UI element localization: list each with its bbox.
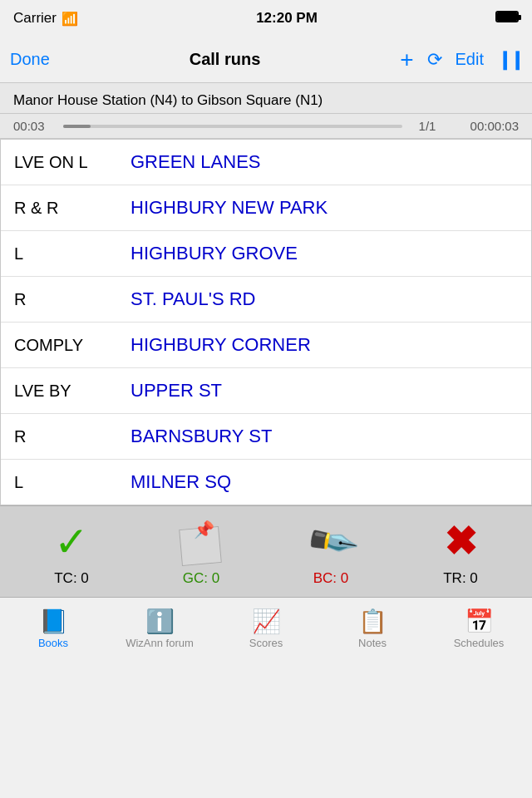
info-icon: ℹ️ <box>145 608 175 635</box>
tab-notes-label: Notes <box>358 637 387 649</box>
time-right: 00:00:03 <box>452 119 519 133</box>
direction-cmd-3: R <box>14 290 131 309</box>
direction-row-1: R & RHIGHBURY NEW PARK <box>1 185 531 231</box>
progress-fill <box>63 125 91 128</box>
direction-street-4: HIGHBURY CORNER <box>131 334 518 356</box>
tc-label: TC: 0 <box>54 570 89 587</box>
notes-icon: 📋 <box>358 608 387 635</box>
wifi-icon: 📶 <box>62 11 78 27</box>
directions-list: LVE ON LGREEN LANESR & RHIGHBURY NEW PAR… <box>0 139 532 505</box>
direction-street-2: HIGHBURY GROVE <box>131 243 518 264</box>
carrier-label: Carrier <box>13 10 57 27</box>
tab-notes[interactable]: 📋 Notes <box>319 608 426 649</box>
direction-street-5: UPPER ST <box>131 380 518 401</box>
book-icon: 📘 <box>39 608 68 635</box>
bc-label: BC: 0 <box>313 570 349 587</box>
direction-street-0: GREEN LANES <box>131 151 518 173</box>
tab-scores[interactable]: 📈 Scores <box>213 608 319 649</box>
tab-scores-label: Scores <box>249 637 283 649</box>
counter-tr[interactable]: ✖ TR: 0 <box>396 517 525 587</box>
tab-books-label: Books <box>38 637 68 649</box>
direction-cmd-2: L <box>14 244 131 264</box>
edit-button[interactable]: Edit <box>456 50 484 69</box>
counters-bar: ✓ TC: 0 📌 GC: 0 ✒️ BC: 0 ✖ TR: 0 <box>0 505 532 597</box>
tab-schedules[interactable]: 📅 Schedules <box>426 608 532 649</box>
direction-cmd-6: R <box>14 427 131 446</box>
bc-icon: ✒️ <box>306 517 356 567</box>
direction-cmd-7: L <box>14 473 131 492</box>
nav-bar: Done Call runs + ⟳ Edit ❙❙ <box>0 37 532 83</box>
counter-gc[interactable]: 📌 GC: 0 <box>136 517 266 587</box>
tab-schedules-label: Schedules <box>454 637 505 649</box>
progress-bar-row: 00:03 1/1 00:00:03 <box>0 114 532 139</box>
tab-books[interactable]: 📘 Books <box>0 608 106 649</box>
time-left: 00:03 <box>13 119 55 133</box>
direction-row-6: RBARNSBURY ST <box>1 414 531 460</box>
direction-row-7: LMILNER SQ <box>1 460 531 505</box>
calendar-icon: 📅 <box>465 608 494 635</box>
route-info-bar: Manor House Station (N4) to Gibson Squar… <box>0 83 532 114</box>
gc-label: GC: 0 <box>183 570 219 587</box>
direction-row-2: LHIGHBURY GROVE <box>1 231 531 277</box>
direction-cmd-5: LVE BY <box>14 382 131 401</box>
tab-bar: 📘 Books ℹ️ WizAnn forum 📈 Scores 📋 Notes… <box>0 597 532 655</box>
battery-indicator <box>495 10 519 27</box>
direction-row-5: LVE BYUPPER ST <box>1 368 531 414</box>
direction-cmd-0: LVE ON L <box>14 153 131 172</box>
gc-icon: 📌 <box>176 517 226 567</box>
direction-street-6: BARNSBURY ST <box>131 426 518 447</box>
carrier-wifi: Carrier 📶 <box>13 10 78 27</box>
add-button[interactable]: + <box>400 47 413 73</box>
direction-rows-container: LVE ON LGREEN LANESR & RHIGHBURY NEW PAR… <box>1 140 531 505</box>
counter-bc[interactable]: ✒️ BC: 0 <box>266 517 396 587</box>
nav-actions: + ⟳ Edit ❙❙ <box>400 47 522 73</box>
tab-wizann[interactable]: ℹ️ WizAnn forum <box>106 608 213 649</box>
direction-street-3: ST. PAUL'S RD <box>131 288 518 310</box>
direction-street-1: HIGHBURY NEW PARK <box>131 197 518 219</box>
tc-icon: ✓ <box>47 517 96 567</box>
pause-button[interactable]: ❙❙ <box>497 49 522 71</box>
refresh-button[interactable]: ⟳ <box>427 49 442 71</box>
page-indicator: 1/1 <box>411 119 444 133</box>
direction-cmd-1: R & R <box>14 199 131 218</box>
tab-wizann-label: WizAnn forum <box>126 637 194 649</box>
chart-icon: 📈 <box>252 608 281 635</box>
direction-cmd-4: COMPLY <box>14 336 131 355</box>
direction-row-4: COMPLYHIGHBURY CORNER <box>1 323 531 368</box>
done-button[interactable]: Done <box>10 50 50 69</box>
direction-row-3: RST. PAUL'S RD <box>1 277 531 323</box>
progress-track[interactable] <box>63 125 402 128</box>
direction-street-7: MILNER SQ <box>131 471 518 493</box>
status-bar: Carrier 📶 12:20 PM <box>0 0 532 37</box>
counter-tc[interactable]: ✓ TC: 0 <box>7 517 136 587</box>
direction-row-0: LVE ON LGREEN LANES <box>1 140 531 185</box>
nav-title: Call runs <box>190 50 261 69</box>
tr-icon: ✖ <box>436 517 485 567</box>
tr-label: TR: 0 <box>443 570 478 587</box>
status-time: 12:20 PM <box>256 10 318 27</box>
route-text: Manor House Station (N4) to Gibson Squar… <box>13 91 519 110</box>
